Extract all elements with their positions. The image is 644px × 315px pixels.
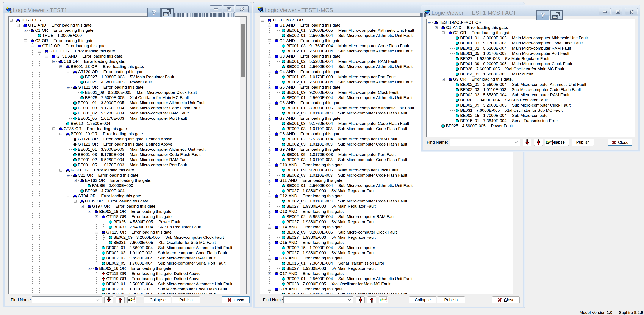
- tree-row[interactable]: BE002_025.8580E-004Sub Micro-computer RA…: [8, 256, 246, 261]
- tree-row[interactable]: BE0287.6000E-005Xtal Oscillator for Main…: [260, 281, 519, 286]
- tree-row[interactable]: G15ANDError loading this gate.: [260, 240, 519, 245]
- tree-row[interactable]: BE015_017.3840E-004Serial Transmission E…: [426, 118, 635, 123]
- tree-row[interactable]: GT120ORError loading this gate.: [8, 69, 246, 74]
- tree-row[interactable]: BE002_093.2000E-005Sub Micro-computer Cl…: [260, 230, 519, 235]
- tree-row[interactable]: BE0271.9380E-0035V Main Regulator Fault: [426, 56, 635, 61]
- tree-row[interactable]: BE0271.9380E-0035V Main Regulator Fault: [260, 219, 519, 224]
- tree-row[interactable]: BE002_031.0110E-003Sub Micro-computer Co…: [8, 250, 246, 256]
- tree-row[interactable]: BE002_031.0110E-003Sub Micro-computer Co…: [260, 292, 519, 294]
- tree-row[interactable]: BE001_051.0170E-003Main Micro-computer P…: [8, 116, 246, 121]
- minimize-button[interactable]: [598, 8, 611, 15]
- tree-row[interactable]: BE002_031.0110E-003Sub Micro-computer Co…: [8, 286, 246, 292]
- tree-row[interactable]: FALSE0.0000E+000: [8, 183, 246, 188]
- tree-row[interactable]: G18ANDError loading this gate.: [260, 286, 519, 292]
- jump-to-button[interactable]: [128, 296, 136, 303]
- tree-row[interactable]: GT120ORError loading this gate. Defined …: [8, 136, 246, 142]
- tree-row[interactable]: BE001_051.0170E-003Main Micro-computer P…: [260, 152, 519, 157]
- tree-row[interactable]: BE002_012.5600E-004Sub Micro-computer Al…: [8, 281, 246, 286]
- tree-row[interactable]: BE001_099.2000E-005Main Micro-computer C…: [8, 90, 246, 95]
- tree-row[interactable]: BE002_16ORError loading this gate.: [8, 266, 246, 271]
- expand-toggle[interactable]: [52, 60, 55, 63]
- jump-to-button[interactable]: [546, 139, 554, 146]
- tree-row[interactable]: G3ORError loading this gate.: [426, 77, 635, 82]
- tree-row[interactable]: BE0287.6000E-005Xtal Oscillator for Main…: [8, 95, 246, 100]
- expand-toggle[interactable]: [66, 86, 70, 89]
- tree-row[interactable]: BE002_012.5600E-004Sub Micro-computer Al…: [260, 276, 519, 281]
- tree-row[interactable]: C2ORError loading this gate.: [8, 38, 246, 43]
- tree-row[interactable]: G11ANDError loading this gate.: [260, 178, 519, 183]
- tree-row[interactable]: BE001_099.2000E-005Main Micro-computer C…: [426, 61, 635, 66]
- tree-row[interactable]: G16ANDError loading this gate.: [260, 256, 519, 261]
- tree-row[interactable]: BE002_012.5600E-004Sub Micro-computer Al…: [426, 82, 635, 87]
- expand-toggle[interactable]: [60, 132, 62, 136]
- find-name-combobox[interactable]: [284, 296, 354, 303]
- tree-row[interactable]: BE0317.6000E-005Xtal Oscillator for Sub …: [8, 240, 246, 245]
- find-previous-button[interactable]: [367, 296, 376, 303]
- tree-row[interactable]: GT95ORError loading this gate.: [8, 198, 246, 204]
- tree-row[interactable]: BE001_025.5280E-004Main Micro-computer R…: [8, 110, 246, 116]
- expand-toggle[interactable]: [428, 21, 430, 24]
- tree-row[interactable]: BE001_039.1760E-004Main Micro-computer C…: [426, 40, 635, 46]
- tree-row[interactable]: BE002_051.7000E-004Sub Micro-computer Se…: [8, 261, 246, 266]
- tree-row[interactable]: G13ANDError loading this gate.: [260, 209, 519, 214]
- tree-row[interactable]: G2ORError loading this gate.: [426, 30, 635, 35]
- tree-row[interactable]: BE0254.5800E-005Power Fault: [426, 123, 635, 128]
- tree-row[interactable]: BE002_031.0110E-003Sub Micro-computer Co…: [260, 198, 519, 204]
- tree-row[interactable]: BE002_031.0110E-003Sub Micro-computer Co…: [260, 173, 519, 178]
- tree-row[interactable]: BE0317.6000E-005Xtal Oscillator for Sub …: [426, 108, 635, 113]
- expand-toggle[interactable]: [268, 24, 271, 27]
- tree-row[interactable]: C1ORError loading this gate.: [8, 28, 246, 33]
- find-next-button[interactable]: [104, 296, 113, 303]
- jump-to-button[interactable]: [379, 296, 388, 303]
- expand-toggle[interactable]: [268, 86, 271, 89]
- expand-toggle[interactable]: [60, 65, 62, 68]
- publish-button[interactable]: Publish: [572, 139, 594, 146]
- expand-toggle[interactable]: [268, 226, 271, 228]
- expand-toggle[interactable]: [268, 55, 271, 58]
- close-window-button[interactable]: [625, 8, 638, 15]
- expand-toggle[interactable]: [442, 78, 445, 81]
- tree-row[interactable]: GT94ORError loading this gate.: [8, 194, 246, 198]
- expand-toggle[interactable]: [268, 195, 271, 198]
- expand-toggle[interactable]: [10, 19, 12, 22]
- find-next-button[interactable]: [356, 296, 365, 303]
- tree-row[interactable]: BE002_025.8580E-004Sub Micro-computer RA…: [426, 92, 635, 98]
- publish-button[interactable]: Publish: [172, 296, 200, 303]
- help-button[interactable]: ?: [536, 10, 550, 20]
- expand-toggle[interactable]: [95, 231, 98, 234]
- tree-row[interactable]: G10ANDError loading this gate.: [260, 162, 519, 168]
- expand-toggle[interactable]: [24, 40, 27, 42]
- collapse-button[interactable]: Collapse: [144, 296, 171, 303]
- tree-row[interactable]: BE001_051.0170E-003Main Micro-computer P…: [426, 51, 635, 56]
- tree-row[interactable]: G17ANDError loading this gate.: [260, 271, 519, 276]
- tree-row[interactable]: GT121ORError loading this gate.: [8, 85, 246, 90]
- close-button[interactable]: Close: [492, 296, 520, 303]
- help-button[interactable]: ?: [148, 8, 160, 18]
- expand-toggle[interactable]: [24, 29, 27, 32]
- tree-row[interactable]: BE0121.8500E-004: [8, 121, 246, 126]
- find-name-combobox[interactable]: [32, 296, 102, 303]
- tree-row[interactable]: G1ANDError loading this gate.: [426, 25, 635, 30]
- expand-toggle[interactable]: [74, 200, 76, 203]
- tree-row[interactable]: BE0271.9380E-0035V Main Regulator Fault: [260, 266, 519, 271]
- find-name-combobox[interactable]: [450, 139, 520, 146]
- tree-row[interactable]: GT97ORError loading this gate.: [8, 204, 246, 209]
- tree-row[interactable]: BE001_23ORError loading this gate.: [8, 64, 246, 69]
- tree-row[interactable]: TEST1OR: [8, 18, 246, 23]
- tree-row[interactable]: BE0302.9400E-0045V Sub Regulator Fault: [8, 224, 246, 230]
- tree-row[interactable]: GT31ANDError loading this gate.: [8, 54, 246, 59]
- expand-toggle[interactable]: [45, 55, 48, 58]
- tree-row[interactable]: BE0271.9380E-0035V Main Regulator Fault: [260, 188, 519, 194]
- expand-toggle[interactable]: [31, 45, 34, 48]
- detach-window-button[interactable]: [161, 8, 174, 18]
- expand-toggle[interactable]: [268, 257, 271, 260]
- expand-toggle[interactable]: [66, 174, 70, 177]
- expand-toggle[interactable]: [66, 70, 70, 73]
- find-next-button[interactable]: [523, 139, 532, 146]
- tree-row[interactable]: GT93ORError loading this gate.: [8, 168, 246, 173]
- tree-row[interactable]: BE0302.9400E-0045V Sub Regulator Fault: [426, 98, 635, 103]
- expand-toggle[interactable]: [442, 32, 445, 34]
- expand-toggle[interactable]: [268, 132, 271, 136]
- close-button[interactable]: Close: [608, 139, 632, 146]
- tree-row[interactable]: BE0271.9380E-0035V Main Regulator Fault: [260, 250, 519, 256]
